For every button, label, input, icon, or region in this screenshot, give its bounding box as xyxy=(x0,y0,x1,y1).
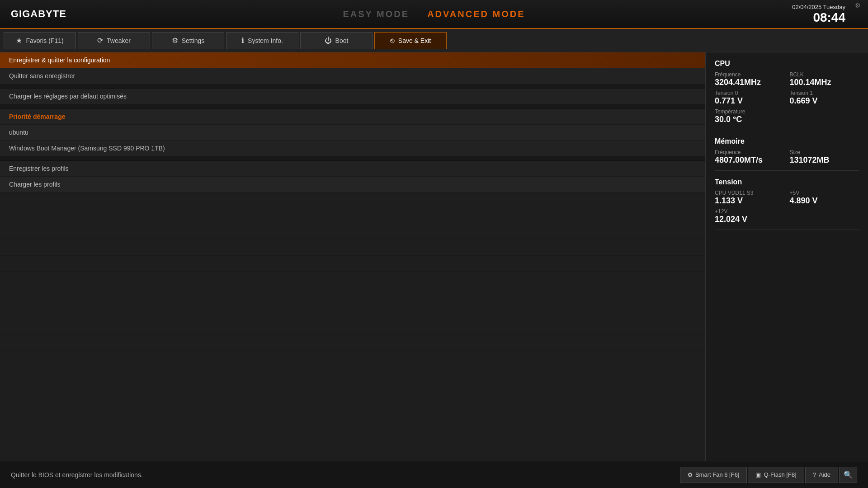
search-icon: 🔍 xyxy=(844,470,853,479)
menu-item-quit-nosave[interactable]: Quitter sans enregistrer xyxy=(0,68,705,84)
memory-grid: Fréquence 4807.00MT/s Size 131072MB xyxy=(715,149,859,165)
date-display: 02/04/2025 Tuesday xyxy=(792,4,845,10)
menu-item-save-profiles[interactable]: Enregistrer les profils xyxy=(0,161,705,177)
tension-cpuvdd-item: CPU VDD11 S3 1.133 V xyxy=(715,190,784,206)
tension-section: Tension CPU VDD11 S3 1.133 V +5V 4.890 V… xyxy=(715,178,859,230)
advanced-mode-label[interactable]: ADVANCED MODE xyxy=(427,9,525,19)
cpu-temp-value: 30.0 °C xyxy=(715,115,784,124)
empty-row-6 xyxy=(0,272,705,287)
cpu-tension1-label: Tension 1 xyxy=(790,90,859,96)
empty-row-11 xyxy=(0,351,705,366)
cpu-tension0-item: Tension 0 0.771 V xyxy=(715,90,784,106)
mem-freq-value: 4807.00MT/s xyxy=(715,155,784,165)
datetime: 02/04/2025 Tuesday 08:44 xyxy=(792,4,845,25)
tension-12v-item: +12V 12.024 V xyxy=(715,208,784,224)
empty-row-9 xyxy=(0,319,705,335)
mem-size-label: Size xyxy=(790,149,859,155)
qflash-button[interactable]: ▣ Q-Flash [F8] xyxy=(748,467,804,483)
navbar: ★ Favoris (F11) ⟳ Tweaker ⚙ Settings ℹ S… xyxy=(0,29,868,52)
cpu-freq-value: 3204.41MHz xyxy=(715,78,784,87)
cpu-temp-item: Température 30.0 °C xyxy=(715,108,784,124)
tab-boot[interactable]: ⏻ Boot xyxy=(300,32,373,49)
left-panel: Enregistrer & quitter la configuration Q… xyxy=(0,52,705,461)
memory-section: Mémoire Fréquence 4807.00MT/s Size 13107… xyxy=(715,137,859,171)
sysinfo-icon: ℹ xyxy=(241,36,244,45)
footer-buttons: ✿ Smart Fan 6 [F6] ▣ Q-Flash [F8] ? Aide… xyxy=(680,467,857,483)
cpu-title: CPU xyxy=(715,60,859,68)
cpu-bclk-item: BCLK 100.14MHz xyxy=(790,71,859,87)
tab-tweaker[interactable]: ⟳ Tweaker xyxy=(78,32,150,49)
favoris-icon: ★ xyxy=(16,36,22,45)
empty-row-8 xyxy=(0,303,705,319)
save-icon: ⎋ xyxy=(390,37,395,45)
cpu-tension1-item: Tension 1 0.669 V xyxy=(790,90,859,106)
aide-icon: ? xyxy=(813,471,816,478)
header: GIGABYTE EASY MODE ADVANCED MODE 02/04/2… xyxy=(0,0,868,29)
mem-freq-label: Fréquence xyxy=(715,149,784,155)
cpu-section: CPU Fréquence 3204.41MHz BCLK 100.14MHz … xyxy=(715,60,859,130)
tab-settings[interactable]: ⚙ Settings xyxy=(152,32,224,49)
qflash-icon: ▣ xyxy=(755,471,761,478)
empty-row-2 xyxy=(0,208,705,224)
mem-size-item: Size 131072MB xyxy=(790,149,859,165)
menu-item-load-profiles[interactable]: Charger les profils xyxy=(0,177,705,192)
separator-1 xyxy=(0,84,705,89)
cpu-bclk-label: BCLK xyxy=(790,71,859,78)
tweaker-icon: ⟳ xyxy=(97,36,103,45)
cpu-bclk-value: 100.14MHz xyxy=(790,78,859,87)
empty-row-4 xyxy=(0,240,705,256)
cpu-freq-item: Fréquence 3204.41MHz xyxy=(715,71,784,87)
memory-title: Mémoire xyxy=(715,137,859,145)
boot-icon: ⏻ xyxy=(325,37,332,45)
separator-2 xyxy=(0,104,705,109)
settings-icon: ⚙ xyxy=(172,36,178,45)
smart-fan-icon: ✿ xyxy=(688,471,693,478)
aide-button[interactable]: ? Aide xyxy=(805,467,838,483)
cpu-tension1-value: 0.669 V xyxy=(790,96,859,106)
cpu-grid: Fréquence 3204.41MHz BCLK 100.14MHz Tens… xyxy=(715,71,859,124)
smart-fan-button[interactable]: ✿ Smart Fan 6 [F6] xyxy=(680,467,747,483)
mem-size-value: 131072MB xyxy=(790,155,859,165)
cpu-freq-label: Fréquence xyxy=(715,71,784,78)
settings-icon-top: ⚙ xyxy=(855,2,861,9)
empty-row-3 xyxy=(0,224,705,240)
tension-12v-label: +12V xyxy=(715,208,784,215)
menu-item-load-defaults[interactable]: Charger les réglages par défaut optimisé… xyxy=(0,89,705,104)
menu-item-boot-priority[interactable]: Priorité démarrage xyxy=(0,109,705,125)
main-content: Enregistrer & quitter la configuration Q… xyxy=(0,52,868,461)
right-panel: CPU Fréquence 3204.41MHz BCLK 100.14MHz … xyxy=(705,52,868,461)
tab-save-exit[interactable]: ⎋ Save & Exit xyxy=(374,32,447,49)
footer: Quitter le BIOS et enregistrer les modif… xyxy=(0,461,868,488)
tension-5v-label: +5V xyxy=(790,190,859,196)
mem-freq-item: Fréquence 4807.00MT/s xyxy=(715,149,784,165)
tension-cpuvdd-label: CPU VDD11 S3 xyxy=(715,190,784,196)
menu-item-ubuntu[interactable]: ubuntu xyxy=(0,125,705,141)
tension-cpuvdd-value: 1.133 V xyxy=(715,196,784,206)
easy-mode-label[interactable]: EASY MODE xyxy=(343,9,409,19)
empty-row-1 xyxy=(0,192,705,208)
cpu-temp-label: Température xyxy=(715,108,784,115)
tab-sysinfo[interactable]: ℹ System Info. xyxy=(226,32,298,49)
separator-3 xyxy=(0,156,705,161)
logo: GIGABYTE xyxy=(0,8,77,20)
empty-row-12 xyxy=(0,366,705,382)
empty-row-10 xyxy=(0,335,705,351)
time-display: 08:44 xyxy=(792,10,845,25)
menu-item-save-quit[interactable]: Enregistrer & quitter la configuration xyxy=(0,52,705,68)
search-button[interactable]: 🔍 xyxy=(839,467,857,483)
cpu-tension0-value: 0.771 V xyxy=(715,96,784,106)
empty-row-5 xyxy=(0,256,705,272)
tension-12v-value: 12.024 V xyxy=(715,215,784,224)
tension-title: Tension xyxy=(715,178,859,186)
tension-5v-value: 4.890 V xyxy=(790,196,859,206)
mode-section: EASY MODE ADVANCED MODE xyxy=(343,9,525,19)
empty-row-7 xyxy=(0,287,705,303)
menu-item-windows[interactable]: Windows Boot Manager (Samsung SSD 990 PR… xyxy=(0,141,705,156)
footer-description: Quitter le BIOS et enregistrer les modif… xyxy=(11,471,143,479)
tab-favoris[interactable]: ★ Favoris (F11) xyxy=(4,32,76,49)
tension-5v-item: +5V 4.890 V xyxy=(790,190,859,206)
tension-grid: CPU VDD11 S3 1.133 V +5V 4.890 V +12V 12… xyxy=(715,190,859,224)
cpu-tension0-label: Tension 0 xyxy=(715,90,784,96)
